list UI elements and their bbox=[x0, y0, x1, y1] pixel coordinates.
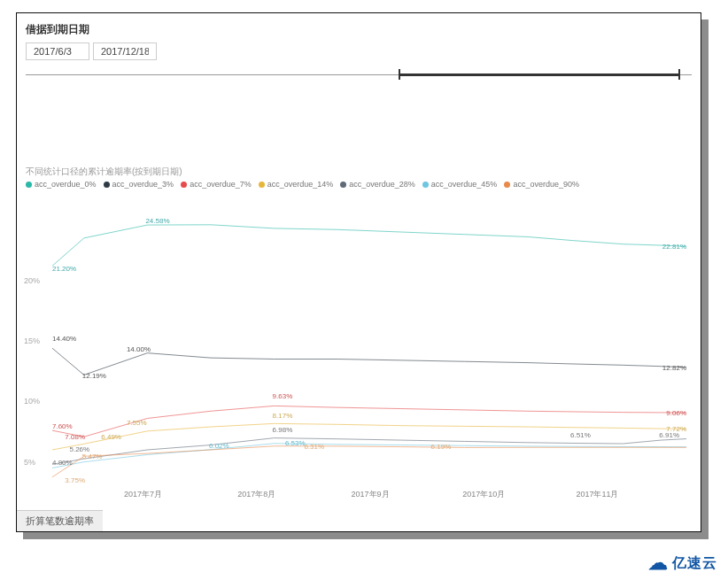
x-tick-label: 2017年10月 bbox=[462, 489, 505, 500]
legend-item[interactable]: acc_overdue_45% bbox=[422, 180, 498, 189]
data-label: 8.17% bbox=[273, 412, 293, 420]
section-title: 借据到期日期 bbox=[17, 13, 701, 43]
series-line bbox=[52, 446, 686, 477]
legend-label: acc_overdue_14% bbox=[267, 180, 334, 189]
data-label: 5.26% bbox=[69, 445, 89, 453]
date-from-input[interactable] bbox=[26, 43, 89, 60]
watermark: ☁ 亿速云 bbox=[648, 552, 717, 575]
date-to-input[interactable] bbox=[93, 43, 157, 60]
chart-area: 不同统计口径的累计逾期率(按到期日期) acc_overdue_0%acc_ov… bbox=[22, 173, 695, 509]
data-label: 4.80% bbox=[52, 458, 73, 466]
series-line bbox=[52, 423, 686, 450]
data-label: 3.75% bbox=[65, 476, 85, 484]
data-label: 6.19% bbox=[431, 443, 452, 451]
y-tick-label: 20% bbox=[24, 276, 40, 285]
legend-item[interactable]: acc_overdue_3% bbox=[104, 180, 174, 189]
chart-legend: acc_overdue_0%acc_overdue_3%acc_overdue_… bbox=[26, 180, 579, 189]
data-label: 6.49% bbox=[101, 433, 121, 441]
chart-plot[interactable]: 24.58%22.81%21.20%14.40%14.00%12.19%12.8… bbox=[52, 196, 686, 486]
x-tick-label: 2017年11月 bbox=[576, 489, 618, 500]
data-label: 7.08% bbox=[65, 433, 85, 441]
data-label: 6.91% bbox=[659, 431, 679, 439]
bottom-tab[interactable]: 折算笔数逾期率 bbox=[17, 510, 103, 531]
dashboard-card: 借据到期日期 不同统计口径的累计逾期率(按到期日期) acc_overdue_0… bbox=[16, 12, 701, 532]
legend-label: acc_overdue_90% bbox=[513, 180, 579, 189]
chart-svg bbox=[52, 196, 686, 486]
time-range-slider[interactable] bbox=[26, 67, 692, 83]
legend-label: acc_overdue_3% bbox=[112, 180, 174, 189]
legend-item[interactable]: acc_overdue_90% bbox=[504, 180, 579, 189]
data-label: 24.58% bbox=[145, 217, 169, 225]
legend-label: acc_overdue_45% bbox=[431, 180, 498, 189]
data-label: 6.31% bbox=[304, 443, 324, 451]
data-label: 21.20% bbox=[52, 265, 76, 273]
data-label: 14.00% bbox=[127, 345, 151, 353]
watermark-text: 亿速云 bbox=[672, 554, 717, 573]
x-tick-label: 2017年9月 bbox=[351, 489, 389, 500]
series-line bbox=[52, 406, 686, 437]
data-label: 6.02% bbox=[209, 442, 229, 450]
legend-item[interactable]: acc_overdue_7% bbox=[181, 180, 252, 189]
slider-handle-right[interactable] bbox=[678, 69, 680, 80]
legend-item[interactable]: acc_overdue_14% bbox=[259, 180, 334, 189]
data-label: 12.82% bbox=[662, 363, 686, 371]
legend-label: acc_overdue_7% bbox=[190, 180, 252, 189]
legend-label: acc_overdue_28% bbox=[349, 180, 415, 189]
data-label: 22.81% bbox=[662, 243, 686, 251]
series-line bbox=[52, 225, 686, 266]
data-label: 9.06% bbox=[666, 409, 686, 417]
data-label: 7.55% bbox=[127, 419, 147, 427]
series-line bbox=[52, 444, 686, 468]
x-tick-label: 2017年7月 bbox=[124, 489, 162, 500]
y-tick-label: 10% bbox=[24, 397, 40, 406]
legend-dot-icon bbox=[26, 182, 32, 188]
slider-handle-left[interactable] bbox=[399, 69, 400, 80]
legend-dot-icon bbox=[422, 182, 429, 188]
slider-selected-segment bbox=[399, 73, 678, 76]
legend-dot-icon bbox=[181, 182, 187, 188]
data-label: 9.63% bbox=[273, 392, 293, 400]
legend-dot-icon bbox=[340, 182, 346, 188]
data-label: 5.47% bbox=[82, 452, 103, 460]
data-label: 14.40% bbox=[52, 335, 76, 343]
date-range-inputs bbox=[17, 43, 701, 67]
y-tick-label: 15% bbox=[24, 336, 40, 345]
legend-label: acc_overdue_0% bbox=[35, 180, 97, 189]
data-label: 7.60% bbox=[52, 421, 73, 429]
x-tick-label: 2017年8月 bbox=[237, 489, 275, 500]
legend-item[interactable]: acc_overdue_0% bbox=[26, 180, 97, 189]
data-label: 6.51% bbox=[570, 431, 591, 439]
data-label: 12.19% bbox=[82, 372, 106, 380]
series-line bbox=[52, 438, 686, 465]
legend-dot-icon bbox=[104, 182, 110, 188]
data-label: 6.53% bbox=[285, 439, 306, 447]
y-tick-label: 5% bbox=[24, 458, 35, 467]
data-label: 6.98% bbox=[273, 426, 293, 434]
legend-dot-icon bbox=[504, 182, 510, 188]
legend-item[interactable]: acc_overdue_28% bbox=[340, 180, 415, 189]
cloud-icon: ☁ bbox=[648, 552, 669, 575]
chart-title: 不同统计口径的累计逾期率(按到期日期) bbox=[26, 166, 182, 178]
legend-dot-icon bbox=[259, 182, 265, 188]
